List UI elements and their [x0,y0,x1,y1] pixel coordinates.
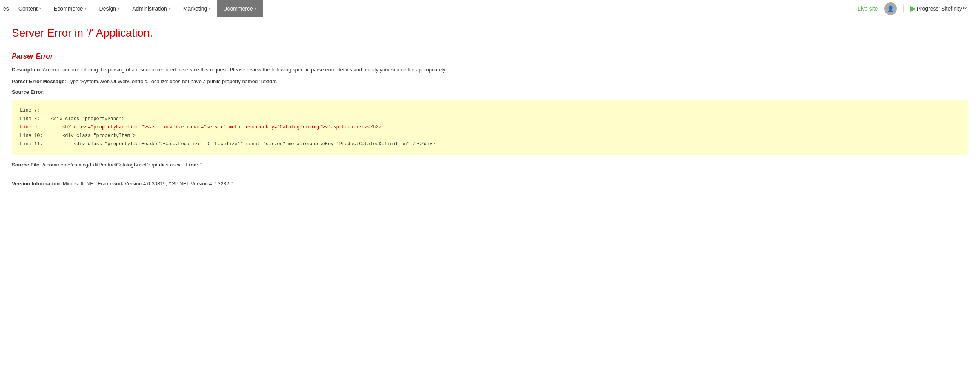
chevron-down-icon: ▾ [169,6,171,11]
source-error-heading: Source Error: [12,89,968,95]
nav-label-content: Content [18,5,38,12]
avatar[interactable]: 👤 [884,2,897,15]
logo-area: ▶ Progress' Sitefinity™ [903,4,974,13]
version-label: Version Information: [12,181,61,187]
nav-label-administration: Administration [132,5,167,12]
logo-text: Progress' Sitefinity™ [917,5,968,12]
nav-label-ucommerce: Ucommerce [223,5,253,12]
code-line-9: Line 9: <h2 class="propertyPaneTitel"><a… [20,123,960,132]
code-block: Line 7: Line 8: <div class="propertyPane… [12,100,968,155]
nav-prefix: es [0,5,12,12]
line-label: Line: [186,162,198,168]
nav-item-ucommerce[interactable]: Ucommerce ▾ [217,0,262,17]
parser-error-message-block: Parser Error Message: Type 'System.Web.U… [12,78,968,86]
parser-error-label: Parser Error Message: [12,79,66,84]
chevron-down-icon: ▾ [209,6,211,11]
code-prefix-11: Line 11: <div class="propertyItemHeader"… [20,141,435,147]
chevron-down-icon: ▾ [39,6,41,11]
code-line-8: Line 8: <div class="propertyPane"> [20,115,960,124]
chevron-down-icon: ▾ [118,6,120,11]
code-line-10: Line 10: <div class="propertyItem"> [20,132,960,141]
code-prefix-8: Line 8: <div class="propertyPane"> [20,116,124,122]
chevron-down-icon: ▾ [255,6,256,11]
parser-error-heading: Parser Error [12,52,968,60]
nav-item-content[interactable]: Content ▾ [12,0,47,17]
source-file-block: Source File: /ucommerce/catalog/EditProd… [12,162,968,168]
nav-label-marketing: Marketing [183,5,207,12]
version-value: Microsoft .NET Framework Version:4.0.303… [63,181,233,187]
code-prefix-10: Line 10: <div class="propertyItem"> [20,133,136,139]
chevron-down-icon: ▾ [85,6,87,11]
code-prefix-7: Line 7: [20,108,40,113]
live-site-link[interactable]: Live site [858,5,878,12]
nav-item-ecommerce[interactable]: Ecommerce ▾ [47,0,93,17]
line-value: 9 [200,162,202,168]
top-navigation: es Content ▾ Ecommerce ▾ Design ▾ Admini… [0,0,980,17]
nav-label-design: Design [99,5,116,12]
source-file-label: Source File: [12,162,41,168]
nav-item-design[interactable]: Design ▾ [93,0,126,17]
nav-label-ecommerce: Ecommerce [54,5,83,12]
description-block: Description: An error occurred during th… [12,66,968,74]
version-info: Version Information: Microsoft .NET Fram… [12,181,968,187]
error-main-title: Server Error in '/' Application. [12,27,968,39]
divider-bottom [12,174,968,174]
nav-item-administration[interactable]: Administration ▾ [126,0,177,17]
progress-logo-icon: ▶ [910,4,915,13]
code-line-7: Line 7: [20,106,960,115]
parser-error-text: Type 'System.Web.UI.WebControls.Localize… [67,79,278,84]
nav-item-marketing[interactable]: Marketing ▾ [177,0,217,17]
source-file-value: /ucommerce/catalog/EditProductCatalogBas… [42,162,180,168]
code-prefix-9: Line 9: <h2 class="propertyPaneTitel"><a… [20,124,382,130]
code-line-11: Line 11: <div class="propertyItemHeader"… [20,140,960,149]
description-label: Description: [12,67,42,73]
divider-top [12,46,968,46]
description-text: An error occurred during the parsing of … [43,67,446,73]
nav-items: es Content ▾ Ecommerce ▾ Design ▾ Admini… [0,0,851,17]
main-content: Server Error in '/' Application. Parser … [0,17,980,196]
nav-right: Live site 👤 ▶ Progress' Sitefinity™ [851,2,980,15]
